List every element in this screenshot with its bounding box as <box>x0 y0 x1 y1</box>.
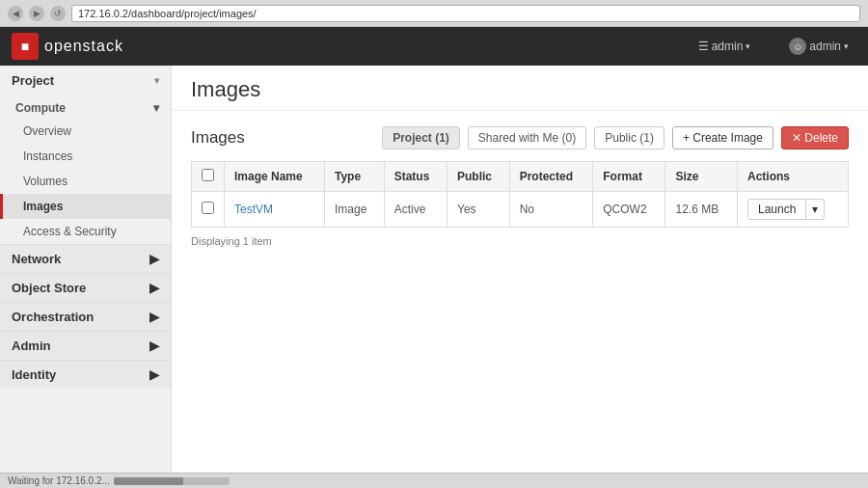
header-protected: Protected <box>509 162 593 192</box>
sidebar-item-overview[interactable]: Overview <box>0 119 171 144</box>
images-table: Image Name Type Status Public Protected … <box>191 161 849 228</box>
sidebar-object-store-header[interactable]: Object Store ▶ <box>0 273 171 302</box>
header-checkbox-cell <box>192 162 225 192</box>
row-checkbox[interactable] <box>202 202 214 214</box>
header-public: Public <box>448 162 510 192</box>
sidebar-project-arrow: ▾ <box>154 75 159 86</box>
images-section: Images Project (1) Shared with Me (0) Pu… <box>172 111 868 262</box>
filter-public-tab[interactable]: Public (1) <box>594 126 665 149</box>
sidebar-identity-header[interactable]: Identity ▶ <box>0 360 171 389</box>
images-section-title: Images <box>191 128 245 148</box>
refresh-button[interactable]: ↺ <box>50 6 66 21</box>
sidebar-project-header[interactable]: Project ▾ <box>0 66 171 95</box>
images-header: Images Project (1) Shared with Me (0) Pu… <box>191 126 849 149</box>
sidebar-compute-arrow: ▾ <box>153 101 159 115</box>
forward-button[interactable]: ▶ <box>29 6 44 21</box>
row-checkbox-cell <box>192 192 225 228</box>
main-layout: Project ▾ Compute ▾ Overview Instances V… <box>0 66 868 488</box>
user-dropdown-arrow: ▾ <box>844 41 849 51</box>
sidebar-item-volumes[interactable]: Volumes <box>0 169 171 194</box>
sidebar-network-header[interactable]: Network ▶ <box>0 244 171 273</box>
user-menu-label: admin <box>809 40 841 53</box>
sidebar-network-label: Network <box>12 252 61 266</box>
row-public: Yes <box>448 192 510 228</box>
sidebar-orchestration-label: Orchestration <box>12 310 94 324</box>
status-progress-bar <box>114 477 230 485</box>
sidebar-item-images[interactable]: Images <box>0 194 171 219</box>
sidebar-object-store-label: Object Store <box>12 281 86 295</box>
row-image-name: TestVM <box>225 192 325 228</box>
sidebar-object-store-arrow: ▶ <box>149 281 159 295</box>
top-navbar: ■ openstack ☰ admin ▾ ☺ admin ▾ <box>0 27 868 66</box>
admin-menu-label: admin <box>712 40 744 53</box>
page-title-bar: Images <box>172 66 868 111</box>
openstack-logo-icon: ■ <box>12 33 39 60</box>
filter-project-tab[interactable]: Project (1) <box>382 126 460 149</box>
back-button[interactable]: ◀ <box>8 6 23 21</box>
page-title: Images <box>191 77 849 102</box>
header-image-name: Image Name <box>225 162 325 192</box>
sidebar-item-instances[interactable]: Instances <box>0 144 171 169</box>
row-type: Image <box>324 192 384 228</box>
row-size: 12.6 MB <box>665 192 738 228</box>
displaying-count: Displaying 1 item <box>191 235 849 247</box>
browser-bar: ◀ ▶ ↺ 172.16.0.2/dashboard/project/image… <box>0 0 868 27</box>
header-size: Size <box>665 162 738 192</box>
sidebar-identity-arrow: ▶ <box>149 367 159 382</box>
sidebar-admin-arrow: ▶ <box>149 339 159 353</box>
admin-menu[interactable]: ☰ admin ▾ <box>691 36 759 57</box>
image-name-link[interactable]: TestVM <box>234 203 273 216</box>
sidebar-orchestration-arrow: ▶ <box>149 310 159 324</box>
select-all-checkbox[interactable] <box>202 169 214 181</box>
sidebar-item-access-security[interactable]: Access & Security <box>0 219 171 244</box>
row-status: Active <box>384 192 447 228</box>
user-menu[interactable]: ☺ admin ▾ <box>781 34 856 59</box>
status-bar: Waiting for 172.16.0.2... <box>0 473 868 488</box>
sidebar-identity-label: Identity <box>12 367 56 382</box>
header-status: Status <box>384 162 447 192</box>
create-image-button[interactable]: + Create Image <box>672 126 773 149</box>
row-format: QCOW2 <box>593 192 665 228</box>
url-bar[interactable]: 172.16.0.2/dashboard/project/images/ <box>71 5 860 22</box>
sidebar-admin-header[interactable]: Admin ▶ <box>0 331 171 360</box>
filter-shared-tab[interactable]: Shared with Me (0) <box>468 126 586 149</box>
action-group: Launch ▾ <box>747 199 838 220</box>
sidebar-compute-header[interactable]: Compute ▾ <box>0 95 171 119</box>
sidebar-project-label: Project <box>12 73 54 88</box>
header-format: Format <box>593 162 665 192</box>
status-progress-fill <box>114 477 183 485</box>
sidebar-admin-label: Admin <box>12 339 50 353</box>
status-text: Waiting for 172.16.0.2... <box>8 475 110 486</box>
admin-menu-icon: ☰ <box>698 40 709 53</box>
row-actions: Launch ▾ <box>737 192 848 228</box>
content-area: Images Images Project (1) Shared with Me… <box>172 66 868 488</box>
logo-area: ■ openstack <box>12 33 123 60</box>
sidebar-orchestration-header[interactable]: Orchestration ▶ <box>0 302 171 331</box>
header-type: Type <box>324 162 384 192</box>
sidebar-network-arrow: ▶ <box>149 252 159 266</box>
table-header-row: Image Name Type Status Public Protected … <box>192 162 849 192</box>
table-row: TestVM Image Active Yes No QCOW2 12.6 MB… <box>192 192 849 228</box>
logo-text: openstack <box>44 38 123 55</box>
row-protected: No <box>509 192 593 228</box>
user-avatar-icon: ☺ <box>789 38 806 55</box>
delete-button[interactable]: ✕ Delete <box>781 126 849 149</box>
admin-dropdown-arrow: ▾ <box>746 41 750 51</box>
sidebar-compute-label: Compute <box>15 101 66 115</box>
header-actions: Actions <box>737 162 848 192</box>
action-dropdown-button[interactable]: ▾ <box>806 199 825 220</box>
launch-button[interactable]: Launch <box>747 199 806 220</box>
sidebar: Project ▾ Compute ▾ Overview Instances V… <box>0 66 172 488</box>
